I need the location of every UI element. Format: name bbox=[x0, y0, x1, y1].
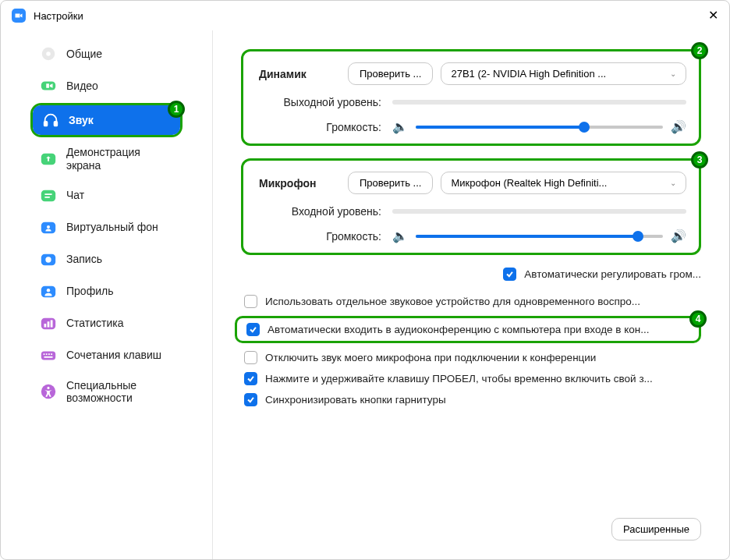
mic-volume-slider[interactable] bbox=[416, 235, 663, 238]
volume-high-icon: 🔊 bbox=[671, 229, 686, 243]
record-icon bbox=[40, 251, 57, 268]
push-to-talk-checkbox[interactable] bbox=[244, 372, 257, 385]
svg-rect-19 bbox=[46, 353, 48, 355]
svg-point-1 bbox=[46, 51, 51, 56]
svg-rect-16 bbox=[51, 320, 53, 327]
sync-headset-checkbox[interactable] bbox=[244, 393, 257, 406]
sidebar-item-profile[interactable]: Профиль bbox=[30, 277, 182, 307]
auto-join-audio-checkbox[interactable] bbox=[246, 323, 260, 336]
mic-volume-label: Громкость: bbox=[256, 230, 392, 243]
annotation-badge-1: 1 bbox=[168, 101, 185, 118]
titlebar: Настройки ✕ bbox=[1, 1, 729, 30]
sidebar: Общие Видео Звук 1 Демонстрация экрана Ч… bbox=[1, 30, 213, 559]
svg-rect-3 bbox=[44, 122, 48, 126]
sidebar-item-video[interactable]: Видео bbox=[30, 71, 182, 101]
sidebar-item-accessibility[interactable]: Специальные возможности bbox=[30, 373, 182, 412]
keyboard-icon bbox=[40, 347, 57, 364]
headphones-icon bbox=[42, 112, 59, 129]
mic-input-level bbox=[392, 209, 686, 214]
svg-rect-14 bbox=[44, 324, 47, 328]
sidebar-item-statistics[interactable]: Статистика bbox=[30, 309, 182, 338]
virtual-bg-icon bbox=[40, 219, 57, 236]
auto-adjust-mic-label: Автоматически регулировать гром... bbox=[524, 268, 701, 280]
svg-rect-6 bbox=[41, 190, 55, 201]
volume-high-icon: 🔊 bbox=[671, 119, 686, 134]
microphone-panel: 3 Микрофон Проверить ... Микрофон (Realt… bbox=[241, 158, 701, 255]
annotation-4: 4 Автоматически входить в аудиоконференц… bbox=[235, 316, 701, 343]
svg-rect-22 bbox=[44, 356, 53, 358]
stats-icon bbox=[40, 315, 57, 332]
sidebar-item-virtual-background[interactable]: Виртуальный фон bbox=[30, 213, 182, 243]
speaker-panel: 2 Динамик Проверить ... 27B1 (2- NVIDIA … bbox=[241, 49, 701, 146]
sidebar-item-general[interactable]: Общие bbox=[30, 39, 182, 69]
annotation-1: Звук 1 bbox=[30, 103, 182, 137]
annotation-badge-3: 3 bbox=[691, 151, 708, 168]
chat-icon bbox=[40, 187, 57, 204]
speaker-output-level bbox=[392, 100, 686, 105]
sidebar-item-chat[interactable]: Чат bbox=[30, 181, 182, 211]
sidebar-item-share-screen[interactable]: Демонстрация экрана bbox=[30, 140, 182, 179]
svg-rect-4 bbox=[55, 122, 58, 126]
output-level-label: Выходной уровень: bbox=[256, 96, 392, 108]
separate-audio-device-checkbox[interactable] bbox=[244, 295, 257, 308]
speaker-title: Динамик bbox=[256, 68, 348, 80]
chevron-down-icon: ⌄ bbox=[670, 69, 676, 78]
test-speaker-button[interactable]: Проверить ... bbox=[348, 62, 433, 85]
gear-icon bbox=[40, 45, 57, 62]
svg-rect-17 bbox=[41, 351, 55, 360]
advanced-button[interactable]: Расширенные bbox=[611, 518, 701, 541]
annotation-badge-4: 4 bbox=[689, 310, 707, 328]
sidebar-item-shortcuts[interactable]: Сочетания клавиш bbox=[30, 341, 182, 370]
share-screen-icon bbox=[40, 151, 57, 168]
mic-device-select[interactable]: Микрофон (Realtek High Definiti... ⌄ bbox=[441, 172, 686, 194]
svg-point-24 bbox=[47, 387, 49, 389]
mic-title: Микрофон bbox=[256, 177, 348, 190]
svg-rect-20 bbox=[48, 353, 50, 355]
sidebar-item-recording[interactable]: Запись bbox=[30, 245, 182, 275]
speaker-volume-label: Громкость: bbox=[256, 121, 392, 133]
svg-rect-15 bbox=[48, 321, 50, 327]
annotation-badge-2: 2 bbox=[691, 42, 708, 59]
speaker-device-select[interactable]: 27B1 (2- NVIDIA High Definition ... ⌄ bbox=[441, 62, 686, 85]
svg-point-8 bbox=[47, 225, 50, 229]
accessibility-icon bbox=[40, 383, 57, 400]
test-mic-button[interactable]: Проверить ... bbox=[348, 172, 433, 194]
svg-point-12 bbox=[47, 289, 50, 292]
zoom-app-icon bbox=[12, 9, 26, 23]
speaker-volume-slider[interactable] bbox=[416, 126, 663, 129]
svg-point-10 bbox=[45, 257, 51, 262]
auto-adjust-mic-checkbox[interactable] bbox=[503, 268, 516, 281]
main-panel: 2 Динамик Проверить ... 27B1 (2- NVIDIA … bbox=[213, 30, 729, 559]
window-title: Настройки bbox=[34, 10, 83, 22]
svg-rect-18 bbox=[44, 353, 45, 355]
mute-mic-on-join-checkbox[interactable] bbox=[244, 351, 257, 364]
profile-icon bbox=[40, 283, 57, 300]
volume-low-icon: 🔈 bbox=[392, 119, 408, 134]
input-level-label: Входной уровень: bbox=[256, 205, 392, 218]
chevron-down-icon: ⌄ bbox=[670, 179, 676, 187]
volume-low-icon: 🔈 bbox=[392, 229, 408, 243]
close-icon[interactable]: ✕ bbox=[708, 9, 718, 22]
sidebar-item-audio[interactable]: Звук bbox=[33, 105, 180, 135]
svg-rect-21 bbox=[51, 353, 52, 355]
video-icon bbox=[40, 77, 57, 94]
